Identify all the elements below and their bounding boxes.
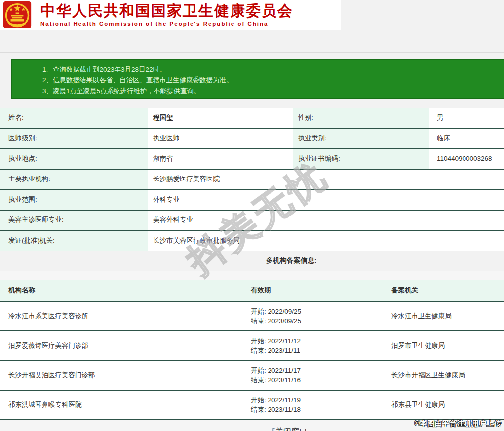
- institution-name: 汨罗爱薇诗医疗美容门诊部: [0, 331, 242, 360]
- table-row: 冷水江市系美医疗美容诊所 开始: 2022/09/25 结束: 2023/09/…: [0, 302, 504, 331]
- label-issuing-authority: 发证(批准)机关:: [0, 231, 148, 251]
- value-cosmetic-specialty: 美容外科专业: [148, 211, 504, 230]
- validity-end: 结束: 2023/11/16: [251, 375, 301, 385]
- value-doctor-level: 执业医师: [148, 129, 293, 148]
- notice-line-1: 1、查询数据截止到2023年3月28日22时。: [42, 64, 504, 75]
- record-authority: 汨罗市卫生健康局: [385, 331, 504, 360]
- label-license-number: 执业证书编码:: [293, 149, 429, 169]
- table-row: 长沙开福艾泊医疗美容门诊部 开始: 2022/11/17 结束: 2023/11…: [0, 361, 504, 391]
- validity-end: 结束: 2023/11/18: [251, 405, 301, 414]
- close-window-link[interactable]: 『关闭窗口』: [268, 427, 315, 431]
- validity-end: 结束: 2023/09/25: [251, 316, 301, 325]
- multi-org-header-row: 机构名称 有效期 备案机关: [0, 280, 504, 302]
- label-doctor-level: 医师级别:: [0, 129, 148, 148]
- table-row: 执业范围: 外科专业: [0, 190, 504, 211]
- record-authority: 长沙市开福区卫生健康局: [385, 361, 504, 390]
- upload-credit-watermark: ©本图由平台注册用户上传: [415, 419, 502, 428]
- site-title-en: National Health Commission of the People…: [40, 21, 293, 27]
- multi-org-table: 机构名称 有效期 备案机关 冷水江市系美医疗美容诊所 开始: 2022/09/2…: [0, 280, 504, 420]
- notice-line-2: 2、信息数据结果以各省、自治区、直辖市卫生健康委数据为准。: [42, 75, 504, 86]
- label-practice-category: 执业类别:: [293, 129, 429, 148]
- value-practice-category: 临床: [429, 129, 504, 148]
- value-issuing-authority: 长沙市芙蓉区行政审批服务局: [148, 231, 504, 251]
- label-practice-scope: 执业范围:: [0, 190, 148, 210]
- label-gender: 性别:: [293, 108, 429, 128]
- record-authority: 冷水江市卫生健康局: [385, 302, 504, 330]
- table-row: 主要执业机构: 长沙鹏爱医疗美容医院: [0, 170, 504, 190]
- table-row: 汨罗爱薇诗医疗美容门诊部 开始: 2022/11/12 结束: 2023/11/…: [0, 331, 504, 361]
- validity-start: 开始: 2022/11/19: [251, 395, 301, 405]
- label-cosmetic-specialty: 美容主诊医师专业:: [0, 211, 148, 230]
- doctor-info-table: 姓名: 程国玺 性别: 男 医师级别: 执业医师 执业类别: 临床 执业地点: …: [0, 108, 504, 251]
- validity-start: 开始: 2022/09/25: [251, 307, 301, 316]
- validity-period: 开始: 2022/11/17 结束: 2023/11/16: [242, 361, 385, 390]
- institution-name: 冷水江市系美医疗美容诊所: [0, 302, 242, 330]
- notice-box: 1、查询数据截止到2023年3月28日22时。 2、信息数据结果以各省、自治区、…: [11, 59, 504, 99]
- column-header-authority: 备案机关: [385, 280, 504, 301]
- section-gap: [0, 271, 504, 280]
- institution-name: 长沙开福艾泊医疗美容门诊部: [0, 361, 242, 390]
- label-name: 姓名:: [0, 108, 148, 128]
- multi-org-section-title: 多机构备案信息:: [0, 251, 504, 271]
- validity-period: 开始: 2022/11/12 结束: 2023/11/11: [242, 331, 385, 360]
- header-titles: 中华人民共和国国家卫生健康委员会 National Health Commiss…: [40, 3, 293, 27]
- header-divider: [0, 30, 504, 53]
- notice-line-3: 3、凌晨1点至凌晨5点系统进行维护，不能提供查询。: [42, 86, 504, 97]
- value-license-number: 110440900003268: [429, 149, 504, 169]
- validity-start: 开始: 2022/11/12: [251, 336, 301, 346]
- validity-period: 开始: 2022/11/19 结束: 2023/11/18: [242, 391, 385, 419]
- validity-period: 开始: 2022/09/25 结束: 2023/09/25: [242, 302, 385, 330]
- value-name: 程国玺: [148, 108, 293, 128]
- table-row: 姓名: 程国玺 性别: 男: [0, 108, 504, 129]
- value-gender: 男: [429, 108, 504, 128]
- table-row: 祁东洪城耳鼻喉专科医院 开始: 2022/11/19 结束: 2023/11/1…: [0, 391, 504, 420]
- label-practice-location: 执业地点:: [0, 149, 148, 169]
- label-main-institution: 主要执业机构:: [0, 170, 148, 189]
- record-authority: 祁东县卫生健康局: [385, 391, 504, 419]
- value-practice-location: 湖南省: [148, 149, 293, 169]
- site-title-cn: 中华人民共和国国家卫生健康委员会: [40, 3, 293, 19]
- table-row: 执业地点: 湖南省 执业证书编码: 110440900003268: [0, 149, 504, 170]
- table-row: 发证(批准)机关: 长沙市芙蓉区行政审批服务局: [0, 231, 504, 251]
- national-emblem-icon: [3, 1, 32, 28]
- validity-end: 结束: 2023/11/11: [251, 346, 300, 355]
- institution-name: 祁东洪城耳鼻喉专科医院: [0, 391, 242, 419]
- column-header-institution: 机构名称: [0, 280, 242, 301]
- table-row: 美容主诊医师专业: 美容外科专业: [0, 211, 504, 231]
- column-header-validity: 有效期: [242, 280, 385, 301]
- site-header: 中华人民共和国国家卫生健康委员会 National Health Commiss…: [0, 0, 341, 30]
- page: 中华人民共和国国家卫生健康委员会 National Health Commiss…: [0, 0, 504, 431]
- value-practice-scope: 外科专业: [148, 190, 504, 210]
- table-row: 医师级别: 执业医师 执业类别: 临床: [0, 129, 504, 149]
- validity-start: 开始: 2022/11/17: [251, 366, 301, 375]
- value-main-institution: 长沙鹏爱医疗美容医院: [148, 170, 504, 189]
